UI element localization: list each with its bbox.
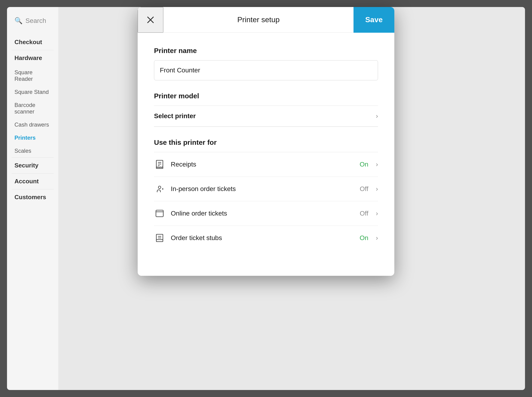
receipts-status: On [360, 161, 368, 168]
order-ticket-stubs-status: On [360, 234, 368, 242]
in-person-order-tickets-icon [154, 183, 165, 194]
receipts-chevron-icon: › [376, 161, 378, 168]
save-button[interactable]: Save [353, 7, 394, 33]
select-printer-row[interactable]: Select printer › [154, 106, 378, 127]
svg-rect-7 [156, 210, 163, 217]
use-for-section: Use this printer for Receipts [154, 138, 378, 250]
in-person-status: Off [360, 185, 369, 193]
online-order-tickets-icon [154, 208, 165, 219]
receipts-label: Receipts [171, 161, 354, 168]
printer-name-title: Printer name [154, 47, 378, 55]
receipts-row[interactable]: Receipts On › [154, 152, 378, 177]
in-person-label: In-person order tickets [171, 185, 354, 193]
model-divider-bottom [154, 127, 378, 127]
select-printer-label: Select printer [154, 112, 196, 120]
order-ticket-stubs-icon [154, 232, 165, 244]
modal-body: Printer name Printer model Select printe… [138, 33, 394, 276]
order-ticket-stubs-label: Order ticket stubs [171, 234, 354, 242]
order-ticket-stubs-chevron-icon: › [376, 234, 378, 242]
use-for-title: Use this printer for [154, 138, 378, 146]
online-order-status: Off [360, 210, 369, 217]
in-person-order-tickets-row[interactable]: In-person order tickets Off › [154, 177, 378, 201]
printer-model-section: Printer model Select printer › [154, 92, 378, 127]
svg-point-6 [158, 186, 161, 189]
online-order-chevron-icon: › [376, 210, 378, 217]
close-icon [146, 16, 155, 24]
printer-name-input[interactable] [154, 60, 378, 80]
order-ticket-stubs-row[interactable]: Order ticket stubs On › [154, 226, 378, 250]
close-button[interactable] [138, 7, 163, 33]
modal-header: Printer setup Save [138, 7, 394, 33]
printer-model-title: Printer model [154, 92, 378, 100]
modal-title: Printer setup [163, 15, 353, 24]
printer-name-section: Printer name [154, 47, 378, 80]
receipts-icon [154, 159, 165, 170]
select-printer-chevron-icon: › [376, 112, 378, 120]
online-order-label: Online order tickets [171, 210, 354, 217]
modal-backdrop: Printer setup Save Printer name Printer … [0, 0, 532, 397]
in-person-chevron-icon: › [376, 185, 378, 193]
printer-setup-modal: Printer setup Save Printer name Printer … [138, 7, 394, 276]
online-order-tickets-row[interactable]: Online order tickets Off › [154, 201, 378, 226]
